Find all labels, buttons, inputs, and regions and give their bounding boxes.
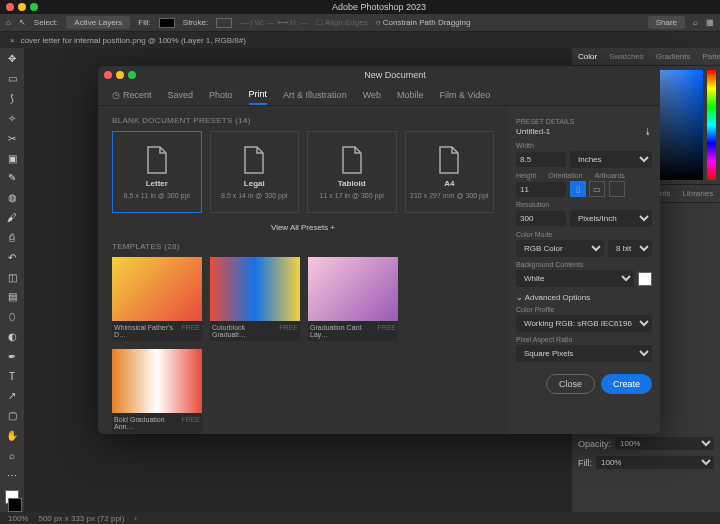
tab-saved[interactable]: Saved xyxy=(168,84,194,105)
frame-tool[interactable]: ▣ xyxy=(3,149,21,167)
app-title: Adobe Photoshop 2023 xyxy=(38,2,720,12)
color-panel-tabs: Color Swatches Gradients Patterns xyxy=(572,48,720,66)
home-icon[interactable]: ⌂ xyxy=(6,18,11,27)
close-button[interactable]: Close xyxy=(546,374,595,394)
color-profile-label: Color Profile xyxy=(516,306,652,313)
preset-name[interactable]: Untitled-1 xyxy=(516,127,550,136)
fill-swatch[interactable] xyxy=(159,18,175,28)
dialog-min-icon[interactable] xyxy=(116,71,124,79)
zoom-window[interactable] xyxy=(30,3,38,11)
eyedropper-tool[interactable]: ✎ xyxy=(3,169,21,187)
lasso-tool[interactable]: ⟆ xyxy=(3,90,21,108)
tab-swatches[interactable]: Swatches xyxy=(603,48,650,65)
eraser-tool[interactable]: ◫ xyxy=(3,268,21,286)
orientation-portrait[interactable]: ▯ xyxy=(570,181,586,197)
resolution-input[interactable] xyxy=(516,211,566,226)
shape-tool[interactable]: ▢ xyxy=(3,407,21,425)
preset-letter[interactable]: Letter8.5 x 11 in @ 300 ppi xyxy=(112,131,202,213)
align-edges-checkbox[interactable]: ☐ Align Edges xyxy=(316,18,367,27)
save-preset-icon[interactable]: ⭳ xyxy=(644,127,652,136)
preset-details-header: PRESET DETAILS xyxy=(516,118,652,125)
preset-a4[interactable]: A4210 x 297 mm @ 300 ppi xyxy=(405,131,495,213)
template-item[interactable]: Graduation Card Lay…FREE xyxy=(308,257,398,341)
tab-gradients[interactable]: Gradients xyxy=(650,48,697,65)
tab-print[interactable]: Print xyxy=(249,84,268,105)
preset-legal[interactable]: Legal8.5 x 14 in @ 300 ppi xyxy=(210,131,300,213)
fill-opacity-label: Fill: xyxy=(578,458,592,468)
dialog-left-pane: BLANK DOCUMENT PRESETS (14) Letter8.5 x … xyxy=(98,106,508,434)
gradient-tool[interactable]: ▤ xyxy=(3,288,21,306)
document-tab[interactable]: × cover letter for internal position.png… xyxy=(0,32,720,48)
artboards-checkbox[interactable] xyxy=(609,181,625,197)
tab-photo[interactable]: Photo xyxy=(209,84,233,105)
edit-toolbar[interactable]: ⋯ xyxy=(3,466,21,484)
tab-art[interactable]: Art & Illustration xyxy=(283,84,347,105)
tab-color[interactable]: Color xyxy=(572,48,603,65)
dialog-title: New Document xyxy=(136,70,654,80)
brush-tool[interactable]: 🖌 xyxy=(3,209,21,227)
bg-contents-select[interactable]: White xyxy=(516,270,634,287)
view-all-presets-link[interactable]: View All Presets + xyxy=(112,223,494,232)
tab-libraries[interactable]: Libraries xyxy=(677,185,720,202)
crop-tool[interactable]: ✂ xyxy=(3,129,21,147)
history-brush-tool[interactable]: ↶ xyxy=(3,248,21,266)
pixel-aspect-select[interactable]: Square Pixels xyxy=(516,345,652,362)
tab-web[interactable]: Web xyxy=(363,84,381,105)
width-input[interactable] xyxy=(516,152,566,167)
bit-depth-select[interactable]: 8 bit xyxy=(608,240,652,257)
color-mode-select[interactable]: RGB Color xyxy=(516,240,604,257)
marquee-tool[interactable]: ▭ xyxy=(3,70,21,88)
workspace-icon[interactable]: ▦ xyxy=(706,18,714,27)
search-icon[interactable]: ⌕ xyxy=(693,18,698,27)
orientation-landscape[interactable]: ▭ xyxy=(589,181,605,197)
resolution-unit-select[interactable]: Pixels/Inch xyxy=(570,210,652,227)
tab-mobile[interactable]: Mobile xyxy=(397,84,424,105)
minimize-window[interactable] xyxy=(18,3,26,11)
opacity-select[interactable]: 100% xyxy=(615,437,714,450)
type-tool[interactable]: T xyxy=(3,367,21,385)
dialog-zoom-icon[interactable] xyxy=(128,71,136,79)
pen-tool[interactable]: ✒ xyxy=(3,347,21,365)
color-profile-select[interactable]: Working RGB: sRGB IEC61966-2.1 xyxy=(516,315,652,332)
stroke-swatch[interactable] xyxy=(216,18,232,28)
bg-color-swatch[interactable] xyxy=(638,272,652,286)
heal-tool[interactable]: ◍ xyxy=(3,189,21,207)
blank-presets-header: BLANK DOCUMENT PRESETS (14) xyxy=(112,116,494,125)
hue-slider[interactable] xyxy=(707,70,716,180)
opacity-label: Opacity: xyxy=(578,439,611,449)
path-tool[interactable]: ↗ xyxy=(3,387,21,405)
create-button[interactable]: Create xyxy=(601,374,652,394)
stamp-tool[interactable]: ⎙ xyxy=(3,228,21,246)
move-tool[interactable]: ✥ xyxy=(3,50,21,68)
advanced-options-toggle[interactable]: ⌄ Advanced Options xyxy=(516,293,652,302)
pixel-aspect-label: Pixel Aspect Ratio xyxy=(516,336,652,343)
close-window[interactable] xyxy=(6,3,14,11)
template-item[interactable]: Whimsical Father's D…FREE xyxy=(112,257,202,341)
preset-tabloid[interactable]: Tabloid11 x 17 in @ 300 ppi xyxy=(307,131,397,213)
hand-tool[interactable]: ✋ xyxy=(3,427,21,445)
select-dropdown[interactable]: Active Layers xyxy=(66,16,130,29)
width-unit-select[interactable]: Inches xyxy=(570,151,652,168)
blur-tool[interactable]: ⬯ xyxy=(3,308,21,326)
zoom-level[interactable]: 100% xyxy=(8,514,28,523)
background-color-swatch[interactable] xyxy=(8,498,22,512)
template-item[interactable]: Bold Graduation Ann…FREE xyxy=(112,349,202,433)
tab-recent[interactable]: ◷Recent xyxy=(112,84,152,105)
zoom-tool[interactable]: ⌕ xyxy=(3,447,21,465)
dialog-tabs: ◷Recent Saved Photo Print Art & Illustra… xyxy=(98,84,660,106)
tab-patterns[interactable]: Patterns xyxy=(697,48,721,65)
share-button[interactable]: Share xyxy=(648,16,685,29)
arrow-icon[interactable]: ↖ xyxy=(19,18,26,27)
dialog-close-icon[interactable] xyxy=(104,71,112,79)
height-label: Height xyxy=(516,172,536,179)
height-input[interactable] xyxy=(516,182,566,197)
wand-tool[interactable]: ✧ xyxy=(3,109,21,127)
chevron-right-icon[interactable]: › xyxy=(134,514,137,523)
color-mode-label: Color Mode xyxy=(516,231,652,238)
fill-opacity-select[interactable]: 100% xyxy=(596,456,714,469)
constrain-checkbox[interactable]: ○ Constrain Path Dragging xyxy=(376,18,471,27)
dodge-tool[interactable]: ◐ xyxy=(3,328,21,346)
close-tab-icon[interactable]: × xyxy=(10,36,15,45)
template-item[interactable]: Colorblock Graduati…FREE xyxy=(210,257,300,341)
tab-film[interactable]: Film & Video xyxy=(440,84,491,105)
